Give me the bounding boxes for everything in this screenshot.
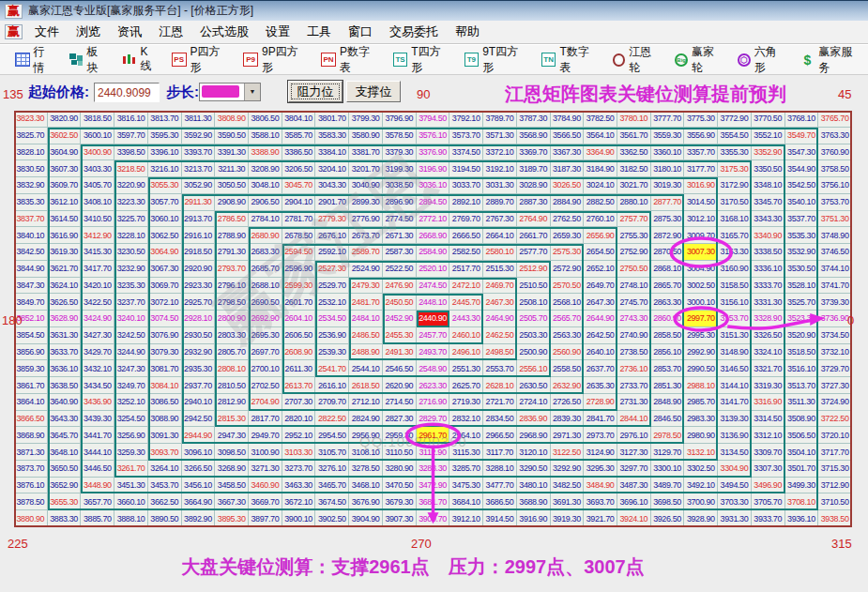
gann-cell: 3938.50 xyxy=(818,510,852,527)
menu-item-5[interactable]: 设置 xyxy=(257,22,298,41)
gann-cell: 2848.90 xyxy=(651,394,685,411)
step-combobox[interactable]: ▼ xyxy=(199,83,261,101)
gann-cell: 2527.30 xyxy=(315,261,349,278)
gann-cell: 3014.50 xyxy=(684,194,718,211)
start-price-input[interactable] xyxy=(94,83,160,102)
gann-cell: 3052.90 xyxy=(182,177,216,194)
menu-item-1[interactable]: 浏览 xyxy=(68,22,109,41)
gann-cell: 2503.30 xyxy=(517,327,551,344)
gann-cell: 3784.90 xyxy=(551,111,585,128)
gann-cell: 3883.30 xyxy=(48,510,82,527)
gann-cell: 2673.70 xyxy=(349,227,383,244)
gann-cell: 3309.70 xyxy=(752,444,785,461)
menu-item-8[interactable]: 交易委托 xyxy=(381,22,447,41)
gann-cell: 3724.90 xyxy=(818,394,852,411)
gann-cell: 3314.50 xyxy=(752,411,785,428)
gann-cell: 3254.50 xyxy=(114,411,148,428)
gann-cell: 3835.30 xyxy=(14,194,48,211)
toolbar-item-label: T数字表 xyxy=(559,44,599,76)
toolbar-item-sectors[interactable]: 板块 xyxy=(63,42,114,78)
gann-cell: 3261.70 xyxy=(114,461,148,478)
menu-item-3[interactable]: 江恩 xyxy=(150,22,191,41)
gann-cell: 3859.30 xyxy=(14,360,48,377)
gann-cell: 2846.50 xyxy=(651,411,685,428)
gann-cell: 3837.70 xyxy=(14,211,48,228)
gann-cell: 3492.10 xyxy=(684,478,718,494)
gann-cell: 2462.50 xyxy=(483,327,517,344)
gann-cell: 2822.50 xyxy=(315,411,349,428)
gann-cell: 3410.50 xyxy=(81,211,114,228)
gann-cell: 3664.90 xyxy=(182,493,216,510)
gann-cell: 3681.70 xyxy=(417,493,450,510)
gann-cell: 2791.30 xyxy=(215,244,249,261)
step-value-redaction xyxy=(202,85,239,98)
gann-cell: 3364.90 xyxy=(584,144,617,161)
gann-cell: 3081.70 xyxy=(148,360,182,377)
angle-label-0: 0 xyxy=(847,313,854,327)
support-button[interactable]: 支撑位 xyxy=(346,81,401,102)
chevron-down-icon[interactable]: ▼ xyxy=(244,83,260,100)
menu-item-6[interactable]: 工具 xyxy=(298,22,340,41)
gann-square-grid: 3823.303820.903818.503816.103813.703811.… xyxy=(14,111,852,527)
menu-item-0[interactable]: 文件 xyxy=(26,22,68,41)
gann-cell: 3180.10 xyxy=(651,160,685,177)
toolbar-item-quotes[interactable]: 行情 xyxy=(9,42,61,78)
toolbar-item-9t-square[interactable]: T99T四方形 xyxy=(459,42,534,78)
gann-cell: 3705.70 xyxy=(752,493,785,510)
gann-cell: 3420.10 xyxy=(81,278,114,295)
gann-cell: 2764.90 xyxy=(517,211,551,228)
gann-cell: 3777.70 xyxy=(651,111,685,128)
gann-cell: 2976.10 xyxy=(617,427,651,444)
toolbar-item-kline[interactable]: K线 xyxy=(116,43,164,76)
toolbar-item-winner-service[interactable]: $赢家服务 xyxy=(795,42,868,78)
gann-cell: 3936.10 xyxy=(785,510,819,527)
gann-cell: 3019.30 xyxy=(651,177,685,194)
title-bar: 赢 赢家江恩专业版[赢家服务平台] - [价格正方形] xyxy=(0,0,868,21)
gann-cell: 2661.70 xyxy=(517,227,551,244)
gann-cell: 3182.50 xyxy=(617,160,651,177)
gann-cell: 3741.70 xyxy=(818,278,852,295)
toolbar-item-p-square[interactable]: PSP四方形 xyxy=(166,42,236,78)
resistance-button[interactable]: 阻力位 xyxy=(288,81,343,102)
gann-cell: 3374.50 xyxy=(449,144,483,161)
gann-cell: 3300.10 xyxy=(651,461,685,478)
gann-cell: 3789.70 xyxy=(483,111,517,128)
gann-cell: 3621.70 xyxy=(48,261,82,278)
gann-cell: 3367.30 xyxy=(551,144,585,161)
gann-cell: 3285.70 xyxy=(449,461,483,478)
gann-cell: 2748.10 xyxy=(617,278,651,295)
gann-cell: 3170.50 xyxy=(718,194,752,211)
menu-item-7[interactable]: 窗口 xyxy=(340,22,381,41)
gann-cell: 2534.50 xyxy=(315,311,349,327)
toolbar-item-winner-wheel[interactable]: Big赢家轮 xyxy=(669,42,730,78)
gann-cell: 3302.50 xyxy=(684,461,718,478)
toolbar: 行情板块K线PSP四方形P99P四方形PNP数字表TST四方形T99T四方形TN… xyxy=(0,44,868,75)
gann-cell: 3463.30 xyxy=(282,478,316,494)
gann-cell: 3175.30 xyxy=(718,160,752,177)
menu-item-9[interactable]: 帮助 xyxy=(447,22,488,41)
gann-cell: 3069.70 xyxy=(148,278,182,295)
winner-wheel-icon: Big xyxy=(675,53,688,67)
gann-cell: 2702.50 xyxy=(249,377,282,394)
toolbar-item-t-square[interactable]: TST四方形 xyxy=(388,42,457,78)
toolbar-item-9p-square[interactable]: P99P四方形 xyxy=(237,42,313,78)
gann-cell: 2940.10 xyxy=(182,394,216,411)
gann-cell: 3890.50 xyxy=(148,510,182,527)
toolbar-item-t-number-table[interactable]: TNT数字表 xyxy=(536,42,605,78)
menu-item-4[interactable]: 公式选股 xyxy=(191,22,257,41)
toolbar-item-hexagon[interactable]: ⬡六角形 xyxy=(732,42,793,78)
gann-cell: 2779.30 xyxy=(315,211,349,228)
toolbar-item-gann-wheel[interactable]: 江恩轮 xyxy=(607,42,668,78)
gann-cell: 3657.70 xyxy=(81,493,114,510)
menu-item-2[interactable]: 资讯 xyxy=(109,22,150,41)
gann-cell: 2983.30 xyxy=(684,411,718,428)
gann-cell: 3748.90 xyxy=(818,227,852,244)
step-label: 步长: xyxy=(166,83,199,101)
gann-cell: 3566.50 xyxy=(551,128,585,144)
gann-cell: 3259.30 xyxy=(114,444,148,461)
toolbar-item-p-number-table[interactable]: PNP数字表 xyxy=(315,42,385,78)
gann-cell: 3578.50 xyxy=(383,128,417,144)
gann-cell: 2536.90 xyxy=(315,327,349,344)
gann-cell: 2808.10 xyxy=(215,360,249,377)
gann-cell: 3645.70 xyxy=(48,427,82,444)
